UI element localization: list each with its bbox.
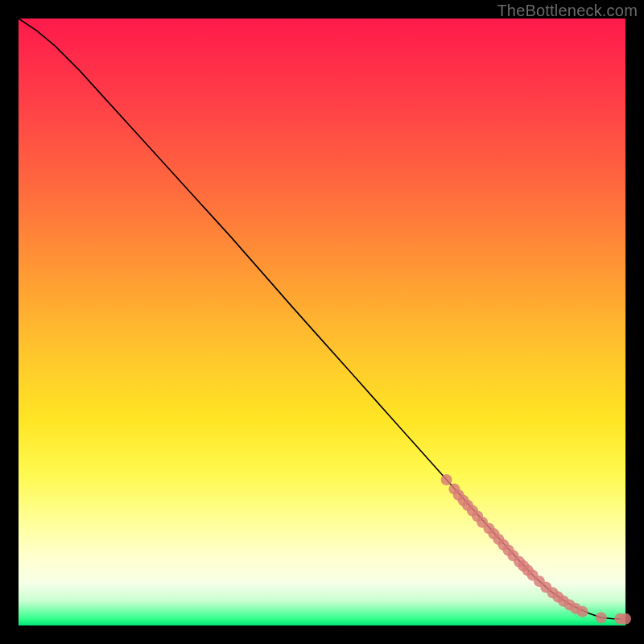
chart-svg bbox=[19, 19, 625, 625]
scatter-dots bbox=[441, 474, 631, 625]
data-point bbox=[441, 474, 452, 485]
watermark-text: TheBottleneck.com bbox=[497, 2, 638, 20]
chart-frame: TheBottleneck.com bbox=[0, 0, 644, 644]
data-point bbox=[596, 612, 607, 623]
chart-plot-area bbox=[19, 19, 625, 625]
data-point bbox=[620, 613, 631, 625]
data-point bbox=[577, 606, 588, 617]
bottleneck-curve bbox=[19, 19, 625, 619]
